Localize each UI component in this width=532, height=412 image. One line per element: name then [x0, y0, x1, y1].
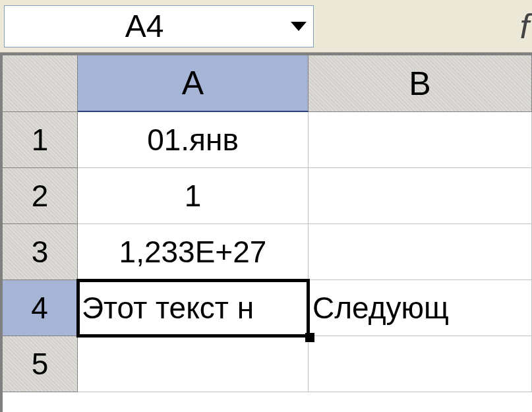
- cell-b2[interactable]: [309, 168, 532, 224]
- column-header-b[interactable]: B: [309, 55, 532, 112]
- fx-label: f: [314, 7, 532, 46]
- cell-a5[interactable]: [78, 336, 309, 392]
- cell-b3[interactable]: [309, 224, 532, 280]
- row-4: 4 Этот текст н Следующ: [3, 280, 532, 336]
- name-box-value[interactable]: A4: [5, 11, 284, 42]
- row-5: 5: [3, 336, 532, 392]
- name-box-dropdown[interactable]: [284, 6, 313, 47]
- column-header-a[interactable]: A: [78, 55, 309, 112]
- row-3: 3 1,233E+27: [3, 224, 532, 280]
- cell-b1[interactable]: [309, 112, 532, 168]
- chevron-down-icon: [289, 20, 308, 32]
- cell-a1[interactable]: 01.янв: [78, 112, 309, 168]
- row-header-4[interactable]: 4: [3, 280, 78, 336]
- name-box[interactable]: A4: [4, 5, 314, 47]
- cell-a3[interactable]: 1,233E+27: [78, 224, 309, 280]
- svg-marker-0: [291, 22, 307, 31]
- row-2: 2 1: [3, 168, 532, 224]
- column-headers-row: A B: [3, 55, 532, 112]
- row-header-3[interactable]: 3: [3, 224, 78, 280]
- row-header-2[interactable]: 2: [3, 168, 78, 224]
- cell-a2[interactable]: 1: [78, 168, 309, 224]
- cell-b4[interactable]: Следующ: [309, 280, 532, 336]
- select-all-corner[interactable]: [3, 55, 78, 112]
- fill-handle[interactable]: [305, 333, 314, 342]
- formula-bar: A4 f: [0, 0, 532, 53]
- row-1: 1 01.янв: [3, 112, 532, 168]
- row-header-1[interactable]: 1: [3, 112, 78, 168]
- cell-b5[interactable]: [309, 336, 532, 392]
- spreadsheet-grid: A B 1 01.янв 2 1 3 1,233E+27 4 Этот текс…: [0, 53, 532, 412]
- row-header-5[interactable]: 5: [3, 336, 78, 392]
- cell-a4[interactable]: Этот текст н: [78, 280, 309, 336]
